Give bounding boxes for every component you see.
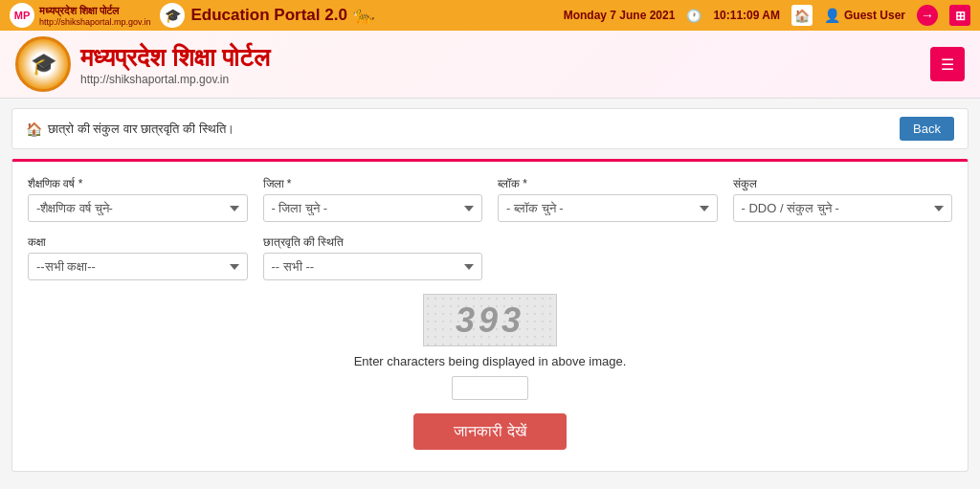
scholarship-status-label: छात्रवृति की स्थिति: [263, 235, 483, 249]
top-bar-right: Monday 7 June 2021 🕐 10:11:09 AM 🏠 👤 Gue…: [564, 5, 970, 26]
captcha-image: 393: [423, 294, 557, 346]
academic-year-group: शैक्षणिक वर्ष * -शैक्षणिक वर्ष चुने-: [28, 177, 248, 222]
mp-logo-center: 🎓: [160, 3, 185, 28]
top-bar-site-name: मध्यप्रदेश शिक्षा पोर्टल: [39, 5, 150, 17]
class-group: कक्षा --सभी कक्षा--: [28, 235, 248, 280]
back-button[interactable]: Back: [900, 117, 954, 141]
district-select[interactable]: - जिला चुने -: [263, 194, 483, 222]
sankul-label: संकुल: [733, 177, 953, 190]
login-icon-btn[interactable]: →: [917, 5, 938, 26]
top-bar-url: http://shikshaportal.mp.gov.in: [39, 17, 150, 27]
captcha-section: 393 Enter characters being displayed in …: [28, 294, 952, 400]
emblem: 🎓: [15, 36, 71, 92]
sankul-select[interactable]: - DDO / संकुल चुने -: [733, 194, 953, 222]
academic-year-label: शैक्षणिक वर्ष *: [28, 177, 248, 190]
block-select[interactable]: - ब्लॉक चुने -: [498, 194, 718, 222]
portal-hindi-title: मध्यप्रदेश शिक्षा पोर्टल: [80, 43, 270, 73]
date-display: Monday 7 June 2021: [564, 9, 676, 22]
guest-user-box: 👤 Guest User: [824, 8, 905, 23]
portal-name-section: मध्यप्रदेश शिक्षा पोर्टल http://shikshap…: [80, 43, 270, 86]
form-row-2: कक्षा --सभी कक्षा-- छात्रवृति की स्थिति …: [28, 235, 952, 280]
breadcrumb: 🏠 छात्रो की संकुल वार छात्रवृति की स्थित…: [26, 122, 234, 137]
main-form-container: शैक्षणिक वर्ष * -शैक्षणिक वर्ष चुने- जिल…: [11, 159, 969, 472]
home-icon-btn[interactable]: 🏠: [791, 5, 813, 26]
captcha-input[interactable]: [452, 376, 528, 400]
hamburger-menu-btn[interactable]: ☰: [930, 47, 965, 81]
form-row-1: शैक्षणिक वर्ष * -शैक्षणिक वर्ष चुने- जिल…: [28, 177, 952, 222]
sankul-group: संकुल - DDO / संकुल चुने -: [733, 177, 953, 222]
top-bar-center: 🎓 Education Portal 2.0 🐆: [160, 3, 373, 28]
block-group: ब्लॉक * - ब्लॉक चुने -: [498, 177, 718, 222]
guest-user-label: Guest User: [844, 9, 905, 22]
scholarship-status-group: छात्रवृति की स्थिति -- सभी --: [263, 235, 483, 280]
breadcrumb-text: छात्रो की संकुल वार छात्रवृति की स्थिति।: [48, 122, 234, 137]
block-label: ब्लॉक *: [498, 177, 718, 190]
logo-section: 🎓 मध्यप्रदेश शिक्षा पोर्टल http://shiksh…: [15, 36, 270, 92]
time-display: 10:11:09 AM: [713, 9, 780, 22]
district-label: जिला *: [263, 177, 483, 190]
district-group: जिला * - जिला चुने -: [263, 177, 483, 222]
captcha-instruction: Enter characters being displayed in abov…: [354, 354, 627, 368]
top-bar-left: MP मध्यप्रदेश शिक्षा पोर्टल http://shiks…: [10, 3, 374, 28]
top-bar-logo: MP मध्यप्रदेश शिक्षा पोर्टल http://shiks…: [10, 3, 150, 28]
captcha-value: 393: [456, 300, 524, 341]
portal-title: Education Portal 2.0: [190, 6, 346, 25]
class-label: कक्षा: [28, 235, 248, 249]
mp-logo-small: MP: [10, 3, 34, 28]
top-bar: MP मध्यप्रदेश शिक्षा पोर्टल http://shiks…: [0, 0, 980, 31]
class-select[interactable]: --सभी कक्षा--: [28, 253, 248, 280]
grid-icon-btn[interactable]: ⊞: [949, 5, 970, 26]
scholarship-status-select[interactable]: -- सभी --: [263, 253, 483, 280]
breadcrumb-bar: 🏠 छात्रो की संकुल वार छात्रवृति की स्थित…: [11, 108, 969, 149]
breadcrumb-home-icon: 🏠: [26, 122, 42, 137]
secondary-header: 🎓 मध्यप्रदेश शिक्षा पोर्टल http://shiksh…: [0, 31, 980, 99]
portal-url: http://shikshaportal.mp.gov.in: [80, 73, 270, 86]
academic-year-select[interactable]: -शैक्षणिक वर्ष चुने-: [28, 194, 248, 222]
submit-button[interactable]: जानकारी देखें: [413, 413, 567, 450]
